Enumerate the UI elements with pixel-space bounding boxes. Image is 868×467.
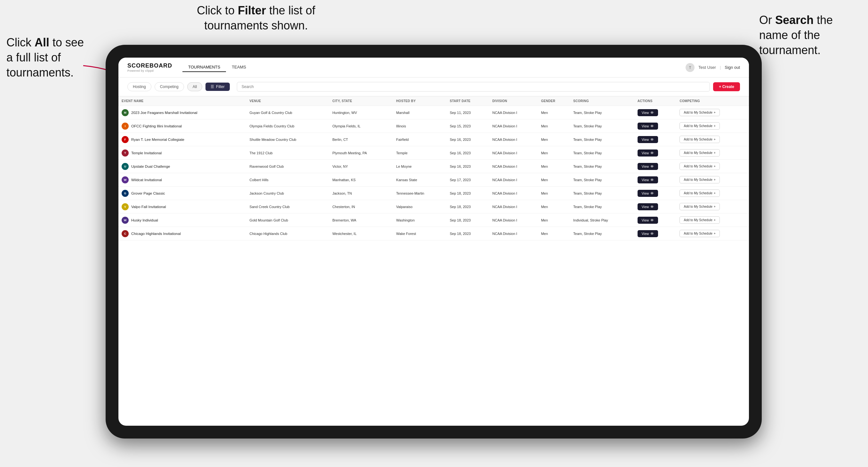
sign-out-link[interactable]: Sign out [724,65,740,70]
add-to-schedule-button[interactable]: Add to My Schedule + [680,203,719,210]
start-date-cell: Sep 16, 2023 [446,160,489,173]
event-name: Wildcat Invitational [131,178,162,182]
eye-icon: 👁 [650,151,654,155]
eye-icon: 👁 [650,205,654,209]
gender-cell: Men [538,146,570,160]
view-button[interactable]: View 👁 [638,217,658,224]
add-to-schedule-button[interactable]: Add to My Schedule + [680,189,719,197]
division-cell: NCAA Division I [489,146,538,160]
start-date-cell: Sep 17, 2023 [446,173,489,187]
city-state-cell: Manhattan, KS [329,173,393,187]
gender-cell: Men [538,214,570,227]
add-to-schedule-button[interactable]: Add to My Schedule + [680,136,719,143]
view-button[interactable]: View 👁 [638,109,658,116]
actions-cell: View 👁 [634,173,677,187]
search-input[interactable] [237,82,710,92]
scoring-cell: Team, Stroke Play [570,133,634,146]
add-to-schedule-button[interactable]: Add to My Schedule + [680,230,719,237]
division-cell: NCAA Division I [489,133,538,146]
start-date-cell: Sep 18, 2023 [446,227,489,240]
competing-cell: Add to My Schedule + [676,173,749,187]
hosted-by-cell: Kansas State [393,173,446,187]
city-state-cell: Olympia Fields, IL [329,119,393,133]
scoring-cell: Team, Stroke Play [570,119,634,133]
event-name: Husky Individual [131,218,158,222]
hosted-by-cell: Valparaiso [393,200,446,214]
hosting-tab[interactable]: Hosting [127,82,151,91]
city-state-cell: Berlin, CT [329,133,393,146]
tournaments-table: EVENT NAMEVENUECITY, STATEHOSTED BYSTART… [118,96,749,240]
hosted-by-cell: Fairfield [393,133,446,146]
eye-icon: 👁 [650,191,654,195]
header-right: T Test User | Sign out [686,63,740,72]
filter-label: Filter [216,85,225,89]
plus-icon: + [714,151,716,155]
add-to-schedule-button[interactable]: Add to My Schedule + [680,122,719,130]
competing-cell: Add to My Schedule + [676,119,749,133]
all-tab[interactable]: All [187,82,202,91]
nav-tab-tournaments[interactable]: TOURNAMENTS [182,63,226,72]
team-logo: F [122,136,129,143]
view-button[interactable]: View 👁 [638,203,658,210]
view-button[interactable]: View 👁 [638,163,658,170]
team-logo: C [122,230,129,237]
city-state-cell: Chesterton, IN [329,200,393,214]
gender-cell: Men [538,106,570,119]
plus-icon: + [714,178,716,182]
hosted-by-cell: Marshall [393,106,446,119]
table-row: G Grover Page Classic Jackson Country Cl… [118,187,749,200]
competing-cell: Add to My Schedule + [676,133,749,146]
view-button[interactable]: View 👁 [638,176,658,183]
table-row: W Husky Individual Gold Mountain Golf Cl… [118,214,749,227]
venue-cell: Guyan Golf & Country Club [246,106,329,119]
venue-cell: Sand Creek Country Club [246,200,329,214]
team-logo: T [122,150,129,157]
venue-cell: Jackson Country Club [246,187,329,200]
competing-cell: Add to My Schedule + [676,227,749,240]
scoring-cell: Team, Stroke Play [570,173,634,187]
filter-button[interactable]: ☰ Filter [206,83,230,91]
team-logo: I [122,123,129,130]
event-name-cell: V Valpo Fall Invitational [118,200,246,214]
add-to-schedule-button[interactable]: Add to My Schedule + [680,176,719,183]
add-to-schedule-button[interactable]: Add to My Schedule + [680,149,719,157]
add-to-schedule-button[interactable]: Add to My Schedule + [680,216,719,224]
actions-cell: View 👁 [634,187,677,200]
annotation-right: Or Search the name of the tournament. [759,13,862,58]
competing-tab[interactable]: Competing [155,82,184,91]
view-button[interactable]: View 👁 [638,136,658,143]
add-to-schedule-button[interactable]: Add to My Schedule + [680,109,719,116]
eye-icon: 👁 [650,111,654,115]
competing-cell: Add to My Schedule + [676,214,749,227]
table-row: I OFCC Fighting Illini Invitational Olym… [118,119,749,133]
view-button[interactable]: View 👁 [638,230,658,237]
col-header-event-name: EVENT NAME [118,96,246,106]
event-name: Temple Invitational [131,151,162,155]
division-cell: NCAA Division I [489,160,538,173]
add-to-schedule-button[interactable]: Add to My Schedule + [680,163,719,170]
view-button[interactable]: View 👁 [638,190,658,197]
hosted-by-cell: Temple [393,146,446,160]
col-header-competing: COMPETING [676,96,749,106]
create-button[interactable]: + Create [713,82,740,91]
event-name-content: F Ryan T. Lee Memorial Collegiate [122,136,243,143]
city-state-cell: Victor, NY [329,160,393,173]
hosted-by-cell: Le Moyne [393,160,446,173]
view-button[interactable]: View 👁 [638,123,658,130]
logo-sub: Powered by clippd [127,69,172,72]
plus-icon: + [714,191,716,195]
nav-tab-teams[interactable]: TEAMS [226,63,252,72]
competing-cell: Add to My Schedule + [676,160,749,173]
gender-cell: Men [538,133,570,146]
eye-icon: 👁 [650,164,654,168]
table-row: T Temple Invitational The 1912 ClubPlymo… [118,146,749,160]
view-button[interactable]: View 👁 [638,150,658,157]
table-container: EVENT NAMEVENUECITY, STATEHOSTED BYSTART… [118,96,749,426]
eye-icon: 👁 [650,218,654,222]
divider: | [720,65,721,70]
logo-area: SCOREBOARD Powered by clippd [127,62,172,72]
scoring-cell: Team, Stroke Play [570,200,634,214]
event-name-cell: C Chicago Highlands Invitational [118,227,246,240]
city-state-cell: Jackson, TN [329,187,393,200]
start-date-cell: Sep 18, 2023 [446,187,489,200]
